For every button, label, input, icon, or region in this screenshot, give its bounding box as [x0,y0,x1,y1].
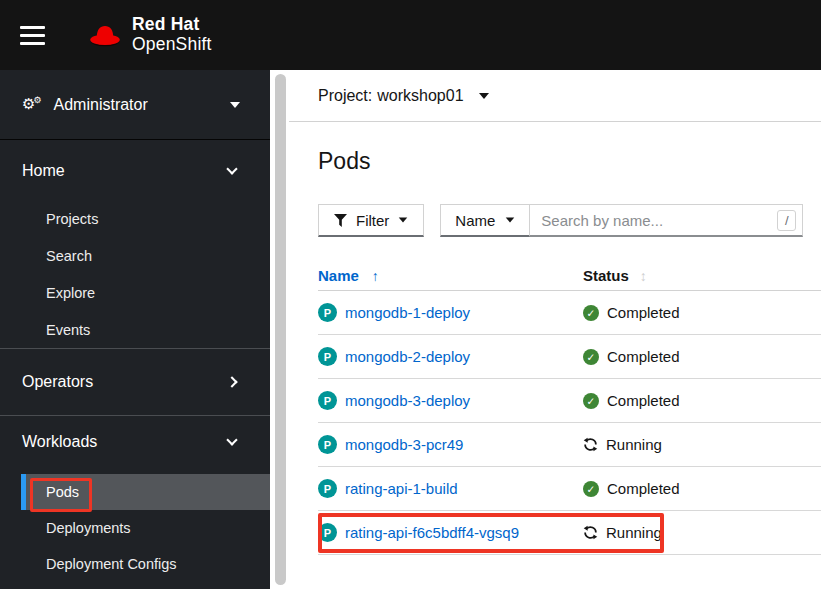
perspective-label: Administrator [54,96,230,114]
pod-link[interactable]: mongodb-3-pcr49 [345,436,463,453]
table-row: P mongodb-1-deploy ✓ Completed [318,291,821,335]
check-circle-icon: ✓ [583,481,599,497]
pod-badge: P [318,435,337,454]
sync-icon [583,525,598,540]
sidebar-item-explore[interactable]: Explore [0,274,270,311]
funnel-icon [334,214,347,227]
nav-toggle-button[interactable] [20,15,60,55]
masthead: Red Hat OpenShift [0,0,821,70]
sort-both-icon: ↕ [640,268,647,284]
project-selector[interactable]: Project: workshop01 [289,70,821,122]
table-header: Name ↑ Status ↕ [318,261,821,291]
status-text: Completed [607,480,680,497]
filter-label: Filter [356,212,389,229]
sidebar-item-workloads[interactable]: Workloads [0,416,270,467]
main-content: Project: workshop01 Pods Filter Name [289,70,821,589]
chevron-down-icon [506,217,515,222]
pod-badge: P [318,347,337,366]
pod-link[interactable]: mongodb-3-deploy [345,392,470,409]
filter-button[interactable]: Filter [318,204,424,237]
chevron-down-icon [399,217,408,222]
column-header-status[interactable]: Status ↕ [583,267,821,284]
sync-icon [583,437,598,452]
table-row: P mongodb-2-deploy ✓ Completed [318,335,821,379]
brand-top: Red Hat [132,15,212,35]
sidebar-item-deployments[interactable]: Deployments [0,510,270,546]
brand-text: Red Hat OpenShift [132,15,212,54]
scrollbar-thumb[interactable] [275,74,286,585]
status-text: Completed [607,348,680,365]
chevron-down-icon [479,93,489,99]
toolbar: Filter Name / [318,204,821,237]
pod-badge: P [318,303,337,322]
cogs-icon: ⚙⚙ [22,96,44,111]
check-circle-icon: ✓ [583,349,599,365]
workloads-sub-list: Pods Deployments Deployment Configs [0,467,270,582]
table-row: P mongodb-3-pcr49 ✓ Running [318,423,821,467]
keyboard-shortcut-hint: / [777,210,796,231]
pod-badge: P [318,523,337,542]
pod-badge: P [318,479,337,498]
openshift-console: Red Hat OpenShift ⚙⚙ Administrator Home … [0,0,821,589]
sidebar-item-projects[interactable]: Projects [0,200,270,237]
sidebar-item-deployment-configs[interactable]: Deployment Configs [0,546,270,582]
check-circle-icon: ✓ [583,393,599,409]
page-title: Pods [318,147,821,176]
attribute-select[interactable]: Name [440,204,530,237]
chevron-right-icon [226,376,237,387]
pod-link[interactable]: mongodb-2-deploy [345,348,470,365]
sidebar-item-events[interactable]: Events [0,311,270,348]
brand-logo: Red Hat OpenShift [86,15,212,54]
pods-table: Name ↑ Status ↕ P mongodb-1-deploy ✓ Com… [318,261,821,555]
search-input[interactable] [530,204,803,237]
status-text: Running [606,436,662,453]
page-scrollbar[interactable] [271,70,289,589]
pod-link[interactable]: mongodb-1-deploy [345,304,470,321]
sidebar-item-home[interactable]: Home [0,150,270,192]
pod-link[interactable]: rating-api-f6c5bdff4-vgsq9 [345,524,519,541]
status-text: Running [606,524,662,541]
table-row: P mongodb-3-deploy ✓ Completed [318,379,821,423]
table-row: P rating-api-f6c5bdff4-vgsq9 ✓ Running [318,511,821,555]
redhat-fedora-icon [86,22,124,49]
sidebar: ⚙⚙ Administrator Home Projects Search Ex… [0,70,270,589]
chevron-down-icon [226,434,237,445]
table-row: P rating-api-1-build ✓ Completed [318,467,821,511]
sidebar-item-operators[interactable]: Operators [0,349,270,415]
perspective-switcher[interactable]: ⚙⚙ Administrator [0,70,270,140]
attribute-label: Name [455,212,495,229]
sidebar-item-search[interactable]: Search [0,237,270,274]
pod-badge: P [318,391,337,410]
status-text: Completed [607,392,680,409]
status-text: Completed [607,304,680,321]
column-header-name[interactable]: Name ↑ [318,267,583,284]
sidebar-item-pods[interactable]: Pods [21,474,270,510]
search-filter-group: Name / [440,204,803,237]
pod-link[interactable]: rating-api-1-build [345,480,458,497]
brand-bottom: OpenShift [132,35,212,55]
project-prefix: Project: [318,87,372,105]
sort-ascending-icon: ↑ [372,268,379,284]
check-circle-icon: ✓ [583,305,599,321]
chevron-down-icon [226,163,237,174]
chevron-down-icon [230,102,240,108]
home-sub-list: Projects Search Explore Events [0,192,270,348]
project-value: workshop01 [377,87,463,105]
